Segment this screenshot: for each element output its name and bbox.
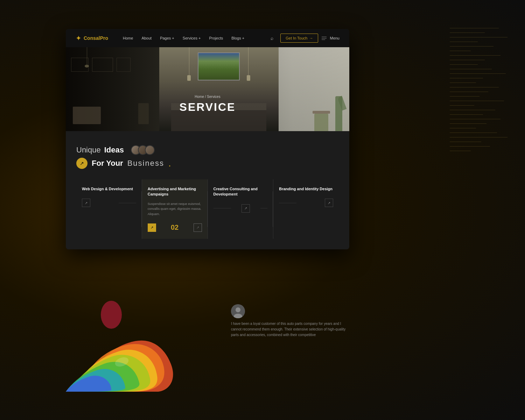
services-section: Unique Ideas ↗ For Your Business . Web D…	[66, 131, 349, 249]
nav-blogs[interactable]: Blogs +	[227, 29, 248, 47]
cta-button[interactable]: Get In Touch →	[280, 34, 318, 43]
menu-button[interactable]: Menu	[322, 36, 340, 40]
headline-business: Business	[127, 159, 164, 168]
service-card-2-bottom: ↗ 02 ↗	[148, 223, 202, 232]
nav-about[interactable]: About	[137, 29, 156, 47]
service-card-3-divider-right	[260, 208, 267, 208]
cta-label: Get In Touch	[286, 36, 307, 40]
nav-home[interactable]: Home	[119, 29, 137, 47]
service-card-1-bottom: ↗	[82, 199, 136, 207]
hero-panel-right	[279, 47, 350, 131]
service-card-2-number: 02	[171, 223, 178, 232]
cta-arrow-icon: →	[309, 36, 313, 40]
service-card-4-title: Branding and Identity Design	[279, 186, 333, 192]
arrow-circle-icon: ↗	[76, 158, 88, 169]
service-card-2-arrow[interactable]: ↗	[148, 223, 156, 232]
decorative-lines-right	[450, 28, 507, 155]
menu-label: Menu	[330, 36, 340, 40]
service-card-4-arrow[interactable]: ↗	[325, 199, 333, 207]
hero-content: Home / Services SERVICE	[180, 95, 236, 114]
service-cards-grid: Web Design & Development ↗ Advertising a…	[76, 179, 339, 239]
service-card-1-right-divider	[141, 191, 142, 227]
hero-banner: Home / Services SERVICE	[66, 47, 349, 131]
service-card-2-title: Advertising and Marketing Campaigns	[148, 186, 202, 197]
logo-text: ConsalPro	[84, 35, 108, 41]
service-card-1: Web Design & Development ↗	[76, 179, 142, 239]
browser-window: ✦ ConsalPro Home About Pages + Services …	[66, 29, 349, 249]
headline-for-your: For Your	[92, 159, 123, 168]
service-card-3-bottom: ↗	[214, 204, 268, 213]
colorful-shape-area	[66, 294, 206, 420]
service-card-3-right-divider	[273, 191, 273, 227]
avatar-3	[145, 145, 155, 155]
colorful-blob-svg	[66, 294, 185, 392]
service-card-1-arrow[interactable]: ↗	[82, 199, 90, 207]
service-card-4-bottom: ↗	[279, 199, 333, 207]
service-card-3-arrow[interactable]: ↗	[241, 204, 250, 213]
headline-unique: Unique	[76, 145, 101, 155]
headline-dot: .	[168, 158, 171, 169]
testimonial-text: I have been a loyal customer of this aut…	[231, 321, 350, 338]
service-card-1-title: Web Design & Development	[82, 186, 136, 192]
logo[interactable]: ✦ ConsalPro	[76, 34, 108, 42]
service-card-4-divider-left	[279, 203, 296, 203]
avatar-svg	[231, 304, 245, 318]
service-card-2-right-divider	[207, 191, 208, 227]
headline-avatars	[131, 145, 155, 155]
logo-icon: ✦	[76, 34, 82, 42]
services-headline-row1: Unique Ideas	[76, 145, 339, 155]
search-icon[interactable]: ⌕	[271, 35, 273, 41]
hero-panel-left	[66, 47, 159, 131]
svg-point-0	[101, 301, 122, 329]
svg-point-3	[236, 307, 240, 312]
service-card-3: Creative Consulting and Development ↗	[208, 179, 273, 239]
nav-pages[interactable]: Pages +	[156, 29, 178, 47]
hero-center-image	[159, 47, 278, 131]
hero-painting	[198, 52, 240, 80]
nav-links: Home About Pages + Services + Projects B…	[119, 29, 267, 47]
service-card-2-desc: Suspendisse sit amet neque euismod, conv…	[148, 201, 202, 216]
nav-projects[interactable]: Projects	[205, 29, 227, 47]
testimonial-avatar	[231, 304, 245, 318]
service-card-2: Advertising and Marketing Campaigns Susp…	[142, 179, 208, 239]
navbar: ✦ ConsalPro Home About Pages + Services …	[66, 29, 349, 47]
testimonial-area: I have been a loyal customer of this aut…	[231, 304, 350, 338]
hero-title: SERVICE	[180, 101, 236, 114]
service-card-1-divider	[119, 203, 136, 203]
hero-bg-image	[66, 47, 349, 131]
service-card-3-divider-left	[214, 208, 231, 208]
service-card-3-title: Creative Consulting and Development	[214, 186, 268, 197]
hero-breadcrumb: Home / Services	[180, 95, 236, 99]
headline-ideas: Ideas	[104, 145, 124, 155]
service-card-2-arrow-right[interactable]: ↗	[194, 223, 202, 232]
service-card-4: Branding and Identity Design ↗	[273, 179, 339, 239]
nav-services[interactable]: Services +	[178, 29, 205, 47]
menu-lines-icon	[322, 37, 327, 40]
services-headline-row2: ↗ For Your Business .	[76, 158, 339, 169]
